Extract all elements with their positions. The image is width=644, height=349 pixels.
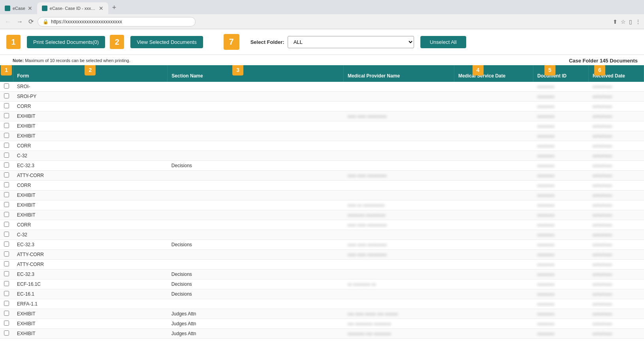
table-row[interactable]: EXHIBITJudges Attnxxxxxxxx xxx xxxxxxxxx…	[0, 329, 644, 339]
url-bar[interactable]: 🔒 https://xxxxxxxxxxxxxxxxxxxxxxxx	[38, 17, 196, 26]
tab-close-2[interactable]: ✕	[99, 5, 104, 11]
row-form: EXHIBIT	[13, 319, 168, 329]
row-checkbox[interactable]	[4, 232, 9, 237]
step-badge-col2: 2	[85, 65, 96, 75]
row-checkbox-cell	[0, 250, 13, 260]
table-row[interactable]: ECF-16.1CDecisionsxx xxxxxxxx xxxxxxxxxx…	[0, 279, 644, 289]
new-tab-button[interactable]: +	[108, 1, 121, 14]
table-row[interactable]: ATTY-CORRxxxxxxxxxx/xx/xxxx	[0, 260, 644, 270]
table-row[interactable]: CORRxxxxxxxxxx/xx/xxxx	[0, 181, 644, 191]
row-checkbox[interactable]	[4, 251, 9, 257]
table-row[interactable]: EXHIBITJudges Attnxxx xxxxxxxx xxxxxxxxx…	[0, 319, 644, 329]
table-row[interactable]: EXHIBITJudges Attnxxx xxxx xxxxx xxx xxx…	[0, 309, 644, 319]
row-service-date	[454, 121, 533, 131]
table-row[interactable]: EXHIBITxxxxxxxxxx/xx/xxxx	[0, 131, 644, 141]
row-checkbox[interactable]	[4, 281, 9, 286]
table-row[interactable]: SROI-xxxxxxxxxx/xx/xxxx	[0, 82, 644, 92]
tab-close-1[interactable]: ✕	[28, 5, 32, 11]
row-received-date: xx/xx/xxxx	[589, 151, 644, 161]
row-checkbox[interactable]	[4, 301, 9, 306]
row-form: EXHIBIT	[13, 121, 168, 131]
row-checkbox[interactable]	[4, 133, 9, 138]
row-provider: xxxx xx xxxxxxxxxx	[344, 200, 454, 210]
row-service-date	[454, 230, 533, 240]
table-row[interactable]: SROI-PYxxxxxxxxxx/xx/xxxx	[0, 92, 644, 102]
bookmark-icon[interactable]: ☆	[621, 19, 626, 25]
view-selected-button[interactable]: View Selected Documents	[130, 36, 203, 48]
table-row[interactable]: EXHIBITxxxxxxxx xxxxxxxxxxxxxxxxxxx/xx/x…	[0, 210, 644, 220]
row-doc-id: xxxxxxxx	[533, 240, 589, 250]
row-checkbox[interactable]	[4, 192, 9, 197]
row-checkbox[interactable]	[4, 103, 9, 108]
row-form: EC-16.1	[13, 289, 168, 299]
tab-ecase[interactable]: eCase ✕	[0, 2, 37, 14]
row-section	[168, 141, 344, 151]
row-checkbox[interactable]	[4, 241, 9, 247]
row-checkbox[interactable]	[4, 143, 9, 148]
row-section	[168, 151, 344, 161]
row-checkbox-cell	[0, 92, 13, 102]
table-row[interactable]: CORRxxxx xxxx xxxxxxxxxxxxxxxxxxx/xx/xxx…	[0, 220, 644, 230]
table-row[interactable]: ERFA-1.1xxxxxxxxxx/xx/xxxx	[0, 299, 644, 309]
sidebar-icon[interactable]: ▯	[629, 19, 632, 25]
row-checkbox[interactable]	[4, 222, 9, 227]
row-section	[168, 171, 344, 181]
table-row[interactable]: EC-32.3Decisionsxxxx xxxx xxxxxxxxxxxxxx…	[0, 240, 644, 250]
row-section: Decisions	[168, 270, 344, 279]
table-row[interactable]: EXHIBITxxxx xx xxxxxxxxxxxxxxxxxxxx/xx/x…	[0, 200, 644, 210]
table-row[interactable]: EC-32.4xxxxxxxxxx/xx/xxxx	[0, 339, 644, 340]
forward-button[interactable]: →	[15, 17, 24, 26]
row-checkbox[interactable]	[4, 162, 9, 168]
table-row[interactable]: EC-32.3Decisionsxxxxxxxxxx/xx/xxxx	[0, 270, 644, 279]
row-section	[168, 339, 344, 340]
share-icon[interactable]: ⬆	[613, 19, 618, 25]
table-row[interactable]: ATTY-CORRxxxx xxxx xxxxxxxxxxxxxxxxxxx/x…	[0, 171, 644, 181]
row-checkbox[interactable]	[4, 172, 9, 177]
table-row[interactable]: C-32xxxxxxxxxx/xx/xxxx	[0, 151, 644, 161]
back-button[interactable]: ←	[3, 17, 13, 26]
table-row[interactable]: ATTY-CORRxxxx xxxx xxxxxxxxxxxxxxxxxxx/x…	[0, 250, 644, 260]
documents-table-container[interactable]: 1 2 Form 3 Section Name Medical Provider…	[0, 65, 644, 339]
row-service-date	[454, 161, 533, 171]
row-checkbox[interactable]	[4, 330, 9, 336]
table-row[interactable]: EXHIBITxxxxxxxxxx/xx/xxxx	[0, 121, 644, 131]
row-checkbox[interactable]	[4, 291, 9, 296]
row-checkbox[interactable]	[4, 212, 9, 217]
row-checkbox[interactable]	[4, 202, 9, 207]
row-checkbox[interactable]	[4, 311, 9, 316]
folder-select[interactable]: ALL	[288, 36, 414, 48]
tab-ecase-active[interactable]: eCase- Case ID - xxxxxxx ✕	[37, 2, 108, 14]
row-provider: xxx xxxx xxxxx xxx xxxxxx	[344, 309, 454, 319]
table-row[interactable]: EC-16.1Decisionsxxxxxxxxxx/xx/xxxx	[0, 289, 644, 299]
table-row[interactable]: CORRxxxxxxxxxx/xx/xxxx	[0, 141, 644, 151]
unselect-all-button[interactable]: Unselect All	[420, 36, 466, 48]
row-service-date	[454, 339, 533, 340]
row-section: Decisions	[168, 279, 344, 289]
table-row[interactable]: CORRxxxxxxxxxx/xx/xxxx	[0, 102, 644, 111]
print-selected-button[interactable]: Print Selected Documents(0)	[27, 36, 105, 48]
row-checkbox[interactable]	[4, 261, 9, 266]
table-row[interactable]: EXHIBITxxxxxxxxxx/xx/xxxx	[0, 191, 644, 200]
row-checkbox[interactable]	[4, 113, 9, 118]
menu-icon[interactable]: ⋮	[635, 19, 641, 25]
table-row[interactable]: EXHIBITxxxx xxxx xxxxxxxxxxxxxxxxxxx/xx/…	[0, 111, 644, 121]
row-provider	[344, 82, 454, 92]
row-checkbox-cell	[0, 121, 13, 131]
row-checkbox[interactable]	[4, 153, 9, 158]
row-checkbox[interactable]	[4, 93, 9, 98]
row-section: Judges Attn	[168, 329, 344, 339]
row-checkbox[interactable]	[4, 271, 9, 276]
row-received-date: xx/xx/xxxx	[589, 131, 644, 141]
row-service-date	[454, 210, 533, 220]
row-checkbox[interactable]	[4, 123, 9, 128]
row-doc-id: xxxxxxxx	[533, 181, 589, 191]
row-checkbox[interactable]	[4, 321, 9, 326]
table-row[interactable]: C-32xxxxxxxxxx/xx/xxxx	[0, 230, 644, 240]
row-checkbox[interactable]	[4, 83, 9, 89]
row-doc-id: xxxxxxxx	[533, 102, 589, 111]
col-doc-id: 5 Document ID	[533, 65, 589, 82]
table-row[interactable]: EC-32.3Decisionsxxxxxxxxxx/xx/xxxx	[0, 161, 644, 171]
row-form: EXHIBIT	[13, 131, 168, 141]
refresh-button[interactable]: ⟳	[27, 17, 35, 26]
row-checkbox[interactable]	[4, 182, 9, 187]
